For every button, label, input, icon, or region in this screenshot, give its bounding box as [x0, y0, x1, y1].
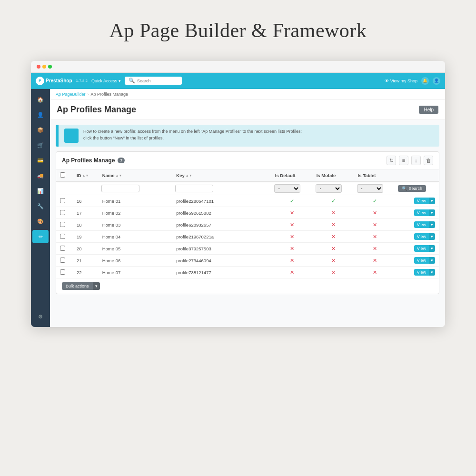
sort-arrows-id: ▲▼ — [82, 174, 89, 177]
row-actions: View ▾ — [395, 243, 439, 255]
view-shop-link[interactable]: 👁 View my Shop — [385, 79, 417, 83]
select-all-checkbox[interactable] — [60, 172, 65, 178]
columns-icon[interactable]: ≡ — [399, 156, 408, 165]
sidebar-item-stats[interactable]: 📊 — [32, 184, 49, 198]
filter-default-select[interactable]: - Yes No — [274, 184, 300, 193]
th-name: Name ▲▼ — [99, 169, 173, 182]
sidebar-item-modules[interactable]: 🔧 — [32, 199, 49, 213]
view-dropdown-0[interactable]: ▾ — [429, 198, 435, 204]
table-row: 18 Home 03 profile628932657 ✕ ✕ ✕ View ▾ — [56, 219, 439, 231]
info-banner: How to create a new profile: access from… — [56, 125, 439, 147]
sidebar-item-builder[interactable]: ✏ — [32, 230, 49, 243]
sidebar-item-payment[interactable]: 💳 — [32, 154, 49, 167]
row-checkbox-2[interactable] — [60, 222, 65, 227]
quick-access-button[interactable]: Quick Access ▾ — [91, 79, 121, 83]
row-actions: View ▾ — [395, 267, 439, 278]
view-dropdown-5[interactable]: ▾ — [429, 257, 435, 264]
admin-topbar: P PrestaShop 1.7.8.2 Quick Access ▾ 🔍 👁 … — [31, 73, 445, 89]
maximize-dot[interactable] — [48, 65, 52, 69]
row-id: 19 — [73, 231, 99, 243]
view-button-0[interactable]: View — [414, 198, 429, 204]
outer-wrapper: Ap Page Builder & Framework P PrestaShop… — [0, 0, 476, 476]
view-button-4[interactable]: View — [414, 245, 429, 252]
filter-tablet-select[interactable]: - Yes No — [357, 184, 383, 193]
row-checkbox-3[interactable] — [60, 234, 65, 239]
th-name-label: Name — [102, 173, 115, 178]
row-key: profile379257503 — [172, 243, 271, 255]
row-checkbox-0[interactable] — [60, 198, 65, 203]
view-button-5[interactable]: View — [414, 257, 429, 264]
admin-layout: 🏠 👤 📦 🛒 💳 🚚 📊 🔧 🎨 ✏ ⚙ Ap PageBuilder › — [31, 89, 445, 327]
row-checkbox-1[interactable] — [60, 210, 65, 215]
row-key: profile273446094 — [172, 255, 271, 267]
view-button-3[interactable]: View — [414, 233, 429, 240]
row-id: 21 — [73, 255, 99, 267]
row-name: Home 05 — [99, 243, 173, 255]
row-checkbox-cell — [56, 231, 73, 243]
content-title: Ap Profiles Manage 7 — [62, 157, 125, 164]
sidebar-item-design[interactable]: 🎨 — [32, 215, 49, 228]
row-tablet: ✓ — [354, 195, 396, 207]
view-dropdown-1[interactable]: ▾ — [429, 209, 435, 216]
browser-window: P PrestaShop 1.7.8.2 Quick Access ▾ 🔍 👁 … — [31, 61, 445, 327]
row-id: 17 — [73, 207, 99, 219]
cross-icon: ✕ — [290, 210, 294, 216]
view-button-2[interactable]: View — [414, 221, 429, 228]
count-badge: 7 — [118, 158, 125, 163]
delete-icon[interactable]: 🗑 — [424, 156, 433, 165]
view-dropdown-6[interactable]: ▾ — [429, 269, 435, 276]
notifications-icon[interactable]: 🔔 — [421, 77, 429, 85]
row-actions: View ▾ — [395, 255, 439, 267]
sidebar-item-orders[interactable]: 🛒 — [32, 139, 49, 152]
cross-icon: ✕ — [373, 246, 377, 251]
row-checkbox-4[interactable] — [60, 246, 65, 251]
view-dropdown-2[interactable]: ▾ — [429, 221, 435, 228]
th-actions — [395, 169, 439, 182]
sidebar-item-shipping[interactable]: 🚚 — [32, 169, 49, 182]
sidebar-item-catalog[interactable]: 📦 — [32, 123, 49, 137]
sidebar-item-settings[interactable]: ⚙ — [32, 310, 49, 323]
view-dropdown-3[interactable]: ▾ — [429, 233, 435, 240]
prestashop-logo[interactable]: P PrestaShop — [36, 77, 72, 85]
row-actions: View ▾ — [395, 219, 439, 231]
refresh-icon[interactable]: ↻ — [387, 156, 396, 165]
row-name: Home 06 — [99, 255, 173, 267]
close-dot[interactable] — [37, 65, 40, 69]
row-key: profile628932657 — [172, 219, 271, 231]
search-input[interactable] — [137, 79, 178, 83]
sidebar-item-users[interactable]: 👤 — [32, 108, 49, 121]
th-key: Key ▲▼ — [172, 169, 271, 182]
row-name: Home 01 — [99, 195, 173, 207]
filter-mobile-select[interactable]: - Yes No — [316, 184, 342, 193]
bulk-actions-button[interactable]: Bulk actions — [62, 282, 93, 290]
filter-name-input[interactable] — [101, 185, 139, 192]
bulk-actions-dropdown[interactable]: ▾ — [93, 282, 100, 290]
view-button-6[interactable]: View — [414, 269, 429, 276]
search-box[interactable]: 🔍 — [125, 77, 182, 85]
row-tablet: ✕ — [354, 231, 396, 243]
row-tablet: ✕ — [354, 255, 396, 267]
help-button[interactable]: Help — [419, 106, 438, 114]
filter-key-input[interactable] — [175, 185, 213, 192]
row-name: Home 07 — [99, 267, 173, 278]
cross-icon: ✕ — [290, 234, 294, 239]
minimize-dot[interactable] — [42, 65, 46, 69]
filter-name-cell — [99, 182, 173, 195]
th-id: ID ▲▼ — [73, 169, 99, 182]
filter-search-button[interactable]: 🔍 Search — [398, 185, 426, 192]
row-key: profile219670221a — [172, 231, 271, 243]
cross-icon: ✕ — [290, 246, 294, 251]
sidebar-item-home[interactable]: 🏠 — [32, 93, 49, 106]
row-checkbox-6[interactable] — [60, 269, 65, 275]
breadcrumb-home[interactable]: Ap PageBuilder — [56, 92, 86, 97]
account-icon[interactable]: 👤 — [433, 77, 440, 85]
eye-icon: 👁 — [385, 79, 389, 83]
view-button-1[interactable]: View — [414, 209, 429, 216]
export-icon[interactable]: ↓ — [411, 156, 421, 165]
filter-key-cell — [172, 182, 271, 195]
admin-sidebar: 🏠 👤 📦 🛒 💳 🚚 📊 🔧 🎨 ✏ ⚙ — [31, 89, 50, 327]
table-row: 17 Home 02 profile592615882 ✕ ✕ ✕ View ▾ — [56, 207, 439, 219]
filter-row: - Yes No - Yes No — [56, 182, 439, 195]
view-dropdown-4[interactable]: ▾ — [429, 245, 435, 252]
row-checkbox-5[interactable] — [60, 258, 65, 263]
